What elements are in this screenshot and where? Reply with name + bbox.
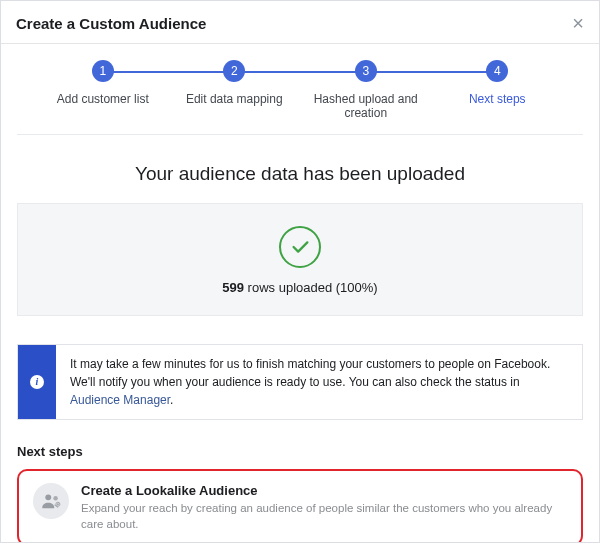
info-text: It may take a few minutes for us to fini… — [56, 345, 582, 419]
next-steps-heading: Next steps — [17, 444, 583, 459]
step-next-steps[interactable]: 4 Next steps — [432, 60, 564, 120]
stepper: 1 Add customer list 2 Edit data mapping … — [17, 44, 583, 128]
close-icon[interactable]: × — [572, 13, 584, 33]
dialog-header: Create a Custom Audience × — [1, 1, 599, 44]
step-add-customer-list[interactable]: 1 Add customer list — [37, 60, 169, 120]
checkmark-icon — [279, 226, 321, 268]
step-hashed-upload[interactable]: 3 Hashed upload and creation — [300, 60, 432, 120]
step-number: 1 — [92, 60, 114, 82]
option-title: Create a Lookalike Audience — [81, 483, 567, 498]
rows-count: 599 — [222, 280, 244, 295]
info-banner: i It may take a few minutes for us to fi… — [17, 344, 583, 420]
audience-manager-link[interactable]: Audience Manager — [70, 393, 170, 407]
dialog-title: Create a Custom Audience — [16, 15, 206, 32]
step-label: Next steps — [432, 92, 564, 106]
info-icon-container: i — [18, 345, 56, 419]
upload-status-panel: 599 rows uploaded (100%) — [17, 203, 583, 316]
step-label: Edit data mapping — [169, 92, 301, 106]
create-custom-audience-dialog: Create a Custom Audience × 1 Add custome… — [0, 0, 600, 543]
svg-point-0 — [45, 494, 51, 500]
upload-status-title: Your audience data has been uploaded — [17, 163, 583, 185]
info-icon: i — [30, 375, 44, 389]
step-label: Hashed upload and creation — [300, 92, 432, 120]
svg-point-1 — [53, 496, 57, 500]
step-edit-data-mapping[interactable]: 2 Edit data mapping — [169, 60, 301, 120]
divider — [17, 134, 583, 135]
step-number: 4 — [486, 60, 508, 82]
dialog-body: 1 Add customer list 2 Edit data mapping … — [1, 44, 599, 542]
step-number: 3 — [355, 60, 377, 82]
step-number: 2 — [223, 60, 245, 82]
rows-uploaded-text: 599 rows uploaded (100%) — [18, 280, 582, 295]
lookalike-audience-icon — [33, 483, 69, 519]
step-label: Add customer list — [37, 92, 169, 106]
create-lookalike-audience-card[interactable]: Create a Lookalike Audience Expand your … — [17, 469, 583, 542]
option-description: Expand your reach by creating an audienc… — [81, 500, 567, 532]
